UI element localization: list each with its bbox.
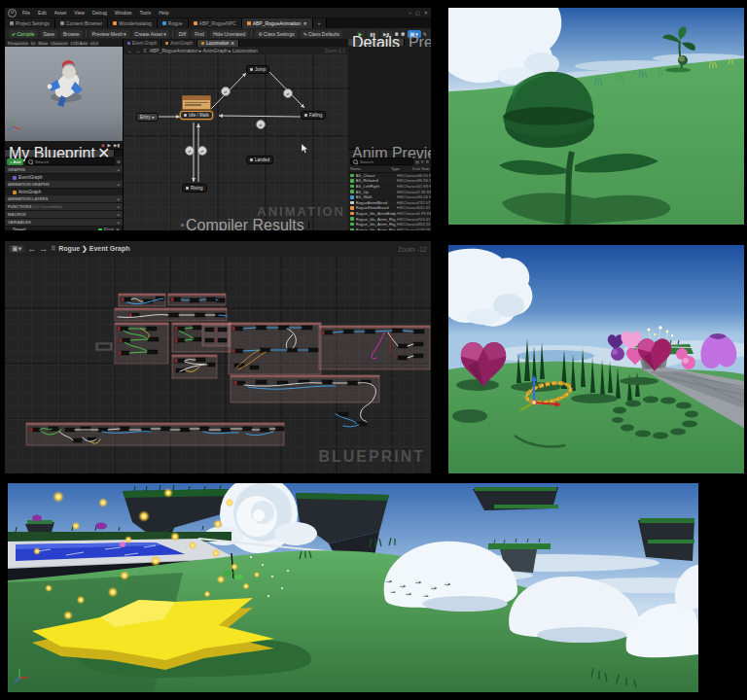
graphs-section-header[interactable]: GRAPHS+	[5, 166, 123, 174]
visibility-eye-icon[interactable]: ◉	[116, 228, 120, 230]
viewport-star-scene[interactable]	[8, 483, 698, 692]
animation-graphs-section-header[interactable]: ANIMATION GRAPHS+	[5, 181, 123, 189]
asset-row[interactable]: Rogue_Ids_Anim_Rig_RHIKCharacte…108.58 K…	[348, 228, 431, 230]
asset-row[interactable]: AS_RelaxedHIKCharacte…86.95 KB	[348, 178, 431, 184]
graph-menu-icon[interactable]: ▣▾	[9, 245, 24, 253]
class-defaults-button[interactable]: ✎Class Defaults	[301, 30, 342, 38]
transition-idle-rising[interactable]: ⇄	[185, 146, 195, 156]
animgraph-item[interactable]: AnimGraph	[5, 189, 123, 195]
find-button[interactable]: Find	[192, 30, 207, 38]
eject-person-icon[interactable]: ⚉	[401, 31, 405, 37]
variables-section-header[interactable]: VARIABLES+	[5, 219, 123, 227]
menu-edit[interactable]: Edit	[36, 10, 49, 16]
state-landed[interactable]: Landed	[246, 156, 273, 164]
menu-asset[interactable]: Asset	[53, 10, 69, 16]
state-idle-walk[interactable]: Idle / Walk	[180, 111, 213, 120]
tab-animgraph[interactable]: AnimGraph	[161, 40, 197, 47]
asset-search-input[interactable]: Search	[350, 158, 413, 165]
compiler-results-tab[interactable]: Compiler Results	[177, 222, 309, 228]
viewport-perspective-button[interactable]: Perspective	[7, 41, 29, 46]
close-icon[interactable]: ✕	[424, 10, 428, 16]
add-variable-icon[interactable]: +	[118, 220, 120, 225]
asset-row[interactable]: Rogue_Ids_Anim_Rig_RHIKCharacte…703.41 K…	[348, 216, 431, 222]
menu-view[interactable]: View	[72, 10, 87, 16]
preview-mesh-button[interactable]: Preview Mesh▾	[89, 30, 129, 38]
my-blueprint-search-input[interactable]: Search	[25, 158, 115, 165]
asset-column-headers[interactable]: Name Type Disk Size	[348, 166, 431, 173]
eventgraph-item[interactable]: EventGraph	[5, 174, 123, 181]
transition-falling-idle[interactable]: ⇄	[256, 120, 266, 129]
breadcrumb[interactable]: Rogue ❯ Event Graph	[58, 245, 129, 253]
breadcrumb[interactable]: ABP_RogueAnimation ▸ AnimGraph ▸ Locomot…	[150, 48, 258, 53]
asset-row[interactable]: Rogue_Ids_AnimBodyHIKCharacte…6.99 KB	[348, 211, 431, 217]
transition-idle-jump[interactable]: ⇄	[221, 87, 231, 96]
tab-wonderkatalog[interactable]: Wonderkatalog	[108, 18, 158, 28]
variable-row-speed[interactable]: SpeedFloat◉	[5, 227, 123, 230]
state-machine-graph[interactable]: Entry▸ Idle / Walk Jump Falling Landed R…	[124, 54, 349, 230]
add-graph-icon[interactable]: +	[118, 167, 120, 172]
add-layer-icon[interactable]: +	[118, 196, 120, 201]
tab-abp-rogue-animation[interactable]: ABP_RogueAnimation✕	[242, 18, 313, 28]
details-tab[interactable]: Details	[348, 39, 405, 46]
folder-icon[interactable]: ▤	[415, 159, 419, 164]
asset-row[interactable]: RogueShowBoardHIKCharacte…532.62 KB	[348, 205, 431, 211]
settings-gear-icon[interactable]: ⚙	[117, 159, 121, 164]
anim-preview-editor-tab[interactable]: Anim Preview Ed…	[348, 150, 431, 157]
back-icon[interactable]: ←	[27, 244, 36, 254]
asset-row[interactable]: AS_UpHIKCharacte…7.35 KB	[348, 189, 431, 194]
add-animgraph-icon[interactable]: +	[118, 182, 120, 187]
tab-project-settings[interactable]: Project Settings	[5, 18, 55, 28]
asset-row[interactable]: Rogue_Ids_Anim_Rig_RHIKCharacte…354.23 K…	[348, 222, 431, 228]
forward-icon[interactable]: →	[39, 244, 48, 254]
viewport-plant-scene[interactable]	[448, 8, 744, 225]
menu-debug[interactable]: Debug	[90, 10, 109, 16]
transition-jump-falling[interactable]: ⇄	[283, 88, 293, 98]
tab-locomotion[interactable]: Locomotion✕	[197, 40, 239, 47]
new-tab-button[interactable]: +	[313, 18, 327, 28]
transition-rising-idle[interactable]: ⇄	[197, 146, 207, 156]
asset-row[interactable]: AS_ChaseHIKCharacte…46.55 KB	[348, 173, 431, 179]
add-function-icon[interactable]: +	[118, 204, 120, 209]
viewport-lod-button[interactable]: LOD Auto	[70, 41, 89, 46]
event-graph-canvas[interactable]: BLUEPRINT	[5, 257, 431, 473]
class-settings-button[interactable]: ⚙Class Settings	[255, 30, 297, 38]
menu-window[interactable]: Window	[113, 10, 134, 16]
add-macro-icon[interactable]: +	[118, 212, 120, 217]
minimize-icon[interactable]: –	[409, 10, 411, 16]
tab-close-icon[interactable]: ✕	[231, 41, 234, 46]
save-button[interactable]: Save	[41, 30, 57, 38]
unreal-logo-icon[interactable]: U	[8, 9, 17, 18]
forward-icon[interactable]: →	[135, 48, 140, 53]
hide-unrelated-button[interactable]: Hide Unrelated	[210, 30, 248, 38]
asset-row[interactable]: AS_WalkHIKCharacte…33.46 KB	[348, 194, 431, 200]
viewport-speed-button[interactable]: x1.0	[89, 41, 99, 46]
state-rising[interactable]: Rising	[182, 184, 207, 192]
back-icon[interactable]: ←	[127, 48, 132, 53]
menu-file[interactable]: File	[20, 10, 32, 16]
asset-row[interactable]: AS_LeftRightHIKCharacte…41.89 KB	[348, 184, 431, 190]
maximize-icon[interactable]: ▢	[415, 10, 420, 16]
viewport-lit-button[interactable]: Lit	[30, 41, 36, 46]
tab-event-graph[interactable]: Event Graph	[124, 40, 161, 47]
menu-tools[interactable]: Tools	[137, 10, 153, 16]
tab-abp-rogue-npc[interactable]: ABP_RogueNPC	[189, 18, 242, 28]
preview-scene-settings-tab[interactable]: Preview Scene Se…	[405, 39, 431, 46]
tab-rogue[interactable]: Rogue	[158, 18, 189, 28]
viewport-show-button[interactable]: Show	[37, 41, 49, 46]
entry-node[interactable]: Entry▸	[136, 113, 159, 122]
compile-button[interactable]: ✔Compile	[9, 30, 38, 38]
diff-button[interactable]: Diff	[176, 30, 189, 38]
my-blueprint-tab[interactable]: My Blueprint✕	[5, 150, 115, 157]
filter-icon[interactable]: ∇	[421, 159, 424, 164]
state-falling[interactable]: Falling	[301, 111, 326, 120]
asset-row[interactable]: RogueAnimBlendHIKCharacte…737.07 KB	[348, 200, 431, 206]
animation-layers-section-header[interactable]: ANIMATION LAYERS+	[5, 195, 123, 203]
tab-content-browser[interactable]: Content Browser	[55, 18, 108, 28]
macros-section-header[interactable]: MACROS+	[5, 211, 123, 219]
settings-gear-icon[interactable]: ⚙	[425, 159, 429, 164]
state-jump[interactable]: Jump	[246, 65, 269, 74]
add-button[interactable]: + Add	[7, 158, 23, 165]
to-end-icon[interactable]: ▶▮	[114, 143, 120, 148]
menu-help[interactable]: Help	[157, 10, 170, 16]
browse-button[interactable]: Browse	[60, 30, 83, 38]
